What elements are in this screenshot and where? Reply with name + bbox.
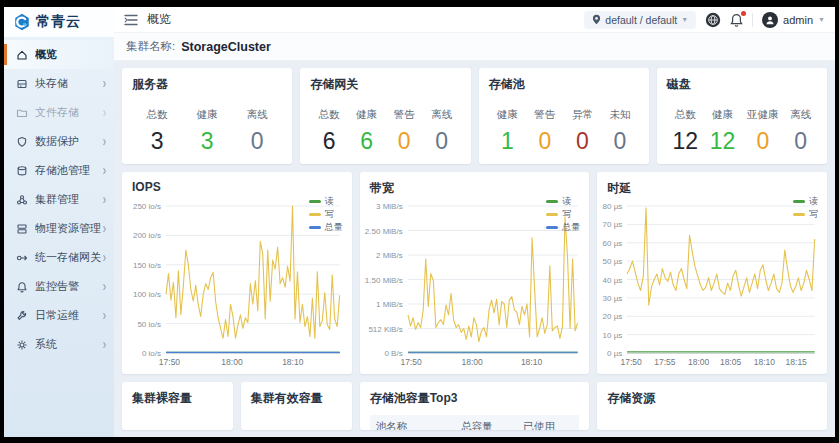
chevron-right-icon: › — [103, 251, 106, 265]
stat-警告: 警告0 — [394, 108, 415, 153]
legend-item[interactable]: 读 — [309, 196, 343, 207]
sidebar-item-pool[interactable]: 存储池管理› — [4, 156, 114, 185]
avatar — [762, 12, 778, 28]
legend-item[interactable]: 总量 — [546, 222, 580, 233]
table-column-header: 已使用 — [517, 415, 579, 430]
stat-label: 离线 — [431, 108, 452, 122]
sidebar-item-label: 物理资源管理 — [35, 221, 103, 236]
user-menu[interactable]: admin ▼ — [762, 12, 825, 28]
legend-item[interactable]: 总量 — [309, 222, 343, 233]
stat-card-2: 存储网关总数6健康6警告0离线0 — [300, 68, 470, 164]
sidebar-item-gateway[interactable]: 统一存储网关› — [4, 243, 114, 272]
storage-resources-card: 存储资源 — [597, 382, 827, 430]
chart-card-latency: 时延读写80 µs70 µs60 µs50 µs40 µs30 µs20 µs1… — [597, 172, 827, 374]
stat-card-title: 磁盘 — [667, 76, 817, 93]
sidebar-item-system[interactable]: 系统› — [4, 330, 114, 359]
y-axis-tick: 1 MiB/s — [376, 300, 403, 309]
stat-离线: 离线0 — [247, 108, 268, 153]
legend-item[interactable]: 读 — [546, 196, 580, 207]
stat-card-1: 服务器总数3健康3离线0 — [122, 68, 292, 164]
y-axis-tick: 2.50 MiB/s — [365, 226, 403, 235]
legend-marker-icon — [546, 213, 558, 216]
chart-title: 带宽 — [370, 180, 580, 197]
stat-离线: 离线0 — [790, 108, 811, 153]
collapse-menu-icon[interactable] — [124, 14, 138, 26]
legend-item[interactable]: 写 — [793, 209, 818, 220]
notifications-button[interactable] — [730, 13, 743, 27]
x-axis-tick: 18:05 — [720, 357, 741, 367]
chevron-right-icon: › — [103, 280, 106, 294]
sidebar-item-home[interactable]: 概览 — [4, 40, 114, 69]
stat-总数: 总数6 — [319, 108, 340, 153]
legend-marker-icon — [546, 226, 558, 229]
breadcrumb: 概览 — [147, 11, 171, 28]
chevron-right-icon: › — [103, 222, 106, 236]
topbar-divider — [752, 13, 753, 27]
table-column-header: 池名称 — [370, 415, 456, 430]
x-axis-tick: 18:00 — [221, 357, 242, 367]
pool-icon — [16, 165, 28, 177]
region-selector[interactable]: default / default ▼ — [584, 11, 696, 29]
file-icon — [16, 107, 28, 119]
legend-marker-icon — [309, 226, 321, 229]
stat-value: 0 — [247, 130, 268, 153]
legend-label: 写 — [562, 208, 571, 221]
legend-label: 写 — [325, 208, 334, 221]
sidebar-item-block[interactable]: 块存储› — [4, 69, 114, 98]
legend-item[interactable]: 写 — [546, 209, 580, 220]
main-area: 概览 default / default ▼ — [114, 7, 835, 437]
sidebar-item-ops[interactable]: 日常运维› — [4, 301, 114, 330]
stat-未知: 未知0 — [609, 108, 630, 153]
stat-card-3: 存储池健康1警告0异常0未知0 — [479, 68, 649, 164]
stat-value: 3 — [147, 130, 168, 153]
x-axis-tick: 17:50 — [400, 357, 421, 367]
stat-label: 未知 — [609, 108, 630, 122]
y-axis-tick: 20 µs — [603, 312, 623, 321]
shield-icon — [16, 136, 28, 148]
chart-title: IOPS — [132, 180, 342, 194]
legend-item[interactable]: 写 — [309, 209, 343, 220]
sidebar-item-label: 文件存储 — [35, 105, 103, 120]
x-axis-tick: 17:50 — [159, 357, 180, 367]
stat-label: 健康 — [497, 108, 518, 122]
sidebar-item-physical[interactable]: 物理资源管理› — [4, 214, 114, 243]
sidebar-item-cluster[interactable]: 集群管理› — [4, 185, 114, 214]
app-logo: 常青云 — [4, 7, 114, 37]
x-axis-tick: 18:10 — [754, 357, 775, 367]
stat-label: 总数 — [673, 108, 699, 122]
stat-异常: 异常0 — [572, 108, 593, 153]
topbar-right: default / default ▼ — [584, 11, 825, 29]
chart-legend: 读写 — [793, 196, 818, 220]
stat-总数: 总数12 — [673, 108, 699, 153]
home-icon — [16, 49, 28, 61]
chart-card-iops: IOPS读写总量250 io/s200 io/s150 io/s100 io/s… — [122, 172, 352, 374]
sidebar-item-label: 统一存储网关 — [35, 250, 103, 265]
stat-card-title: 存储网关 — [310, 76, 460, 93]
stat-label: 离线 — [247, 108, 268, 122]
legend-item[interactable]: 读 — [793, 196, 818, 207]
stat-values: 健康1警告0异常0未知0 — [489, 108, 639, 153]
chart-legend: 读写总量 — [546, 196, 580, 233]
sidebar-item-file[interactable]: 文件存储› — [4, 98, 114, 127]
stat-value: 0 — [790, 130, 811, 153]
ops-icon — [16, 310, 28, 322]
language-globe-icon[interactable] — [705, 12, 721, 28]
sidebar-item-bell[interactable]: 监控告警› — [4, 272, 114, 301]
x-axis-tick: 18:10 — [521, 357, 542, 367]
chevron-right-icon: › — [103, 164, 106, 178]
sidebar-item-shield[interactable]: 数据保护› — [4, 127, 114, 156]
stat-value: 0 — [431, 130, 452, 153]
y-axis-tick: 60 µs — [603, 238, 623, 247]
stat-card-4: 磁盘总数12健康12亚健康0离线0 — [657, 68, 827, 164]
y-axis-tick: 1.50 MiB/s — [365, 275, 403, 284]
sidebar-item-label: 监控告警 — [35, 279, 103, 294]
stat-健康: 健康1 — [497, 108, 518, 153]
y-axis-tick: 70 µs — [603, 220, 623, 229]
pool-capacity-top3-card: 存储池容量Top3 池名称总容量已使用 StoragePool43.7 TiB3… — [360, 382, 590, 430]
stat-label: 警告 — [394, 108, 415, 122]
stat-健康: 健康12 — [710, 108, 736, 153]
stat-cards-row: 服务器总数3健康3离线0存储网关总数6健康6警告0离线0存储池健康1警告0异常0… — [122, 68, 827, 164]
raw-capacity-title: 集群裸容量 — [132, 390, 223, 407]
stat-value: 6 — [356, 130, 377, 153]
stat-离线: 离线0 — [431, 108, 452, 153]
